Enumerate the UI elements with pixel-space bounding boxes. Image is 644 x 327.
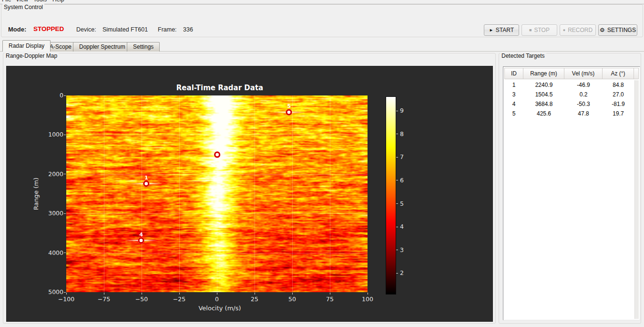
cell-az: 19.7 [603,109,634,118]
cell-az: -81.9 [603,99,634,109]
frame-label: Frame: [158,26,177,33]
tab-settings[interactable]: Settings [127,42,160,52]
detected-targets-title: Detected Targets [500,53,546,59]
stop-icon: ■ [529,28,532,32]
device-value: Simulated FT601 [102,26,148,33]
cell-range: 3684.8 [523,99,564,109]
x-axis-label: Velocity (m/s) [145,305,294,312]
settings-button[interactable]: ⚙SETTINGS [598,24,637,36]
y-tick-mark [64,213,66,214]
x-tick-mark [66,293,67,295]
frame-value: 336 [183,26,193,33]
targets-table-header: ID Range (m) Vel (m/s) Az (°) [504,68,639,79]
colorbar-tick-mark [396,180,398,180]
x-tick-mark [179,293,180,295]
menu-view[interactable]: View [16,0,28,3]
targets-table-body: 1 2240.9 -46.9 84.8 3 1504.5 0.2 27.0 4 … [504,80,634,118]
y-tick-label: 5000 [30,288,63,296]
y-tick-label: 4000 [30,249,63,257]
colorbar-tick-label: 2 [400,269,412,277]
x-tick-mark [104,293,104,295]
play-icon: ► [489,28,493,32]
y-tick-label: 0 [30,92,63,99]
cell-az: 27.0 [603,90,634,99]
column-header-range[interactable]: Range (m) [523,68,564,79]
table-row[interactable]: 1 2240.9 -46.9 84.8 [504,80,634,90]
tab-radar-display[interactable]: Radar Display [2,40,51,52]
x-tick-label: 0 [203,295,231,303]
system-control-group: System Control Mode: STOPPED Device: Sim… [1,4,643,37]
colorbar-tick-mark [396,134,398,134]
y-tick-mark [64,292,66,293]
colorbar-tick-label: 8 [400,130,412,138]
cell-vel: -46.9 [564,80,603,90]
y-tick-mark [64,135,66,135]
menu-tools[interactable]: Tools [33,0,47,3]
record-button[interactable]: ●RECORD [560,24,596,36]
cell-range: 1504.5 [523,90,564,99]
y-tick-mark [64,174,66,174]
y-tick-label: 1000 [30,131,63,138]
x-tick-mark [142,293,142,295]
cell-vel: -50.3 [564,99,603,109]
cell-range: 2240.9 [523,80,564,90]
colorbar [386,96,396,295]
column-header-vel[interactable]: Vel (m/s) [564,68,603,79]
table-scrollbar[interactable] [634,80,639,319]
x-tick-label: −75 [90,295,118,303]
mode-status-value: STOPPED [33,25,64,32]
column-header-id[interactable]: ID [504,68,523,79]
x-tick-mark [217,293,217,295]
colorbar-tick-mark [396,227,398,227]
cell-az: 84.8 [603,80,634,90]
colorbar-tick-label: 5 [400,200,412,208]
x-tick-mark [368,293,368,295]
column-header-az[interactable]: Az (°) [603,68,634,79]
table-row[interactable]: 4 3684.8 -50.3 -81.9 [504,99,634,109]
colorbar-tick-label: 6 [400,177,412,184]
cell-vel: 47.8 [564,109,603,118]
colorbar-tick-mark [396,157,398,158]
targets-table: ID Range (m) Vel (m/s) Az (°) 1 2240.9 -… [503,66,640,320]
y-tick-label: 2000 [30,170,63,178]
gear-icon: ⚙ [600,27,605,33]
plot-title: Real-Time Radar Data [148,84,291,92]
menu-help[interactable]: Help [52,0,64,3]
colorbar-tick-label: 4 [400,223,412,231]
system-control-title: System Control [2,4,44,11]
x-tick-label: −100 [52,295,81,303]
stop-button[interactable]: ■STOP [521,24,557,36]
colorbar-tick-label: 7 [400,153,412,161]
y-tick-mark [64,253,66,253]
start-button[interactable]: ►START [484,24,519,36]
y-axis-label: Range (m) [32,146,40,242]
cell-id: 5 [504,109,523,118]
colorbar-tick-label: 9 [400,107,412,115]
y-tick-label: 3000 [30,210,63,217]
cell-range: 425.6 [523,109,564,118]
detected-targets-group: Detected Targets ID Range (m) Vel (m/s) … [499,53,641,324]
menu-file[interactable]: File [2,0,11,3]
x-tick-label: 25 [240,295,269,303]
x-tick-mark [330,293,330,295]
colorbar-tick-mark [396,111,398,111]
x-tick-label: −25 [165,295,194,303]
cell-vel: 0.2 [564,90,603,99]
tab-doppler-spectrum[interactable]: Doppler Spectrum [73,42,132,52]
x-tick-mark [292,293,293,295]
radar-plot-panel: Real-Time Radar Data Range (m) Velocity … [6,66,493,322]
column-header-stub [634,68,639,79]
colorbar-tick-mark [396,273,398,274]
cell-id: 3 [504,90,523,99]
colorbar-tick-mark [396,250,398,250]
table-row[interactable]: 3 1504.5 0.2 27.0 [504,90,634,99]
table-row[interactable]: 5 425.6 47.8 19.7 [504,109,634,118]
x-tick-label: 75 [316,295,344,303]
x-tick-label: 50 [278,295,307,303]
tab-bar: Radar Display A-Scope Doppler Spectrum S… [0,40,644,52]
colorbar-tick-label: 3 [400,246,412,254]
x-tick-mark [255,293,255,295]
range-doppler-group: Range-Doppler Map Real-Time Radar Data R… [3,53,496,324]
menu-bar: File View Tools Help [0,0,644,4]
range-doppler-heatmap [66,95,368,292]
